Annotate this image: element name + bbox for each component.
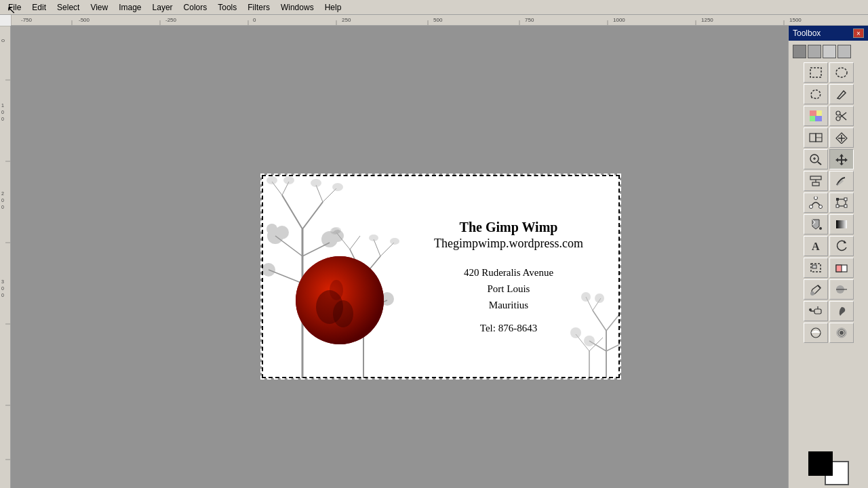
svg-text:0: 0	[1, 205, 4, 209]
smudge-tool[interactable]	[829, 171, 854, 191]
fg-bg-color-display[interactable]	[808, 451, 849, 485]
svg-line-81	[593, 310, 606, 331]
clone-tool[interactable]	[804, 127, 828, 148]
svg-rect-123	[836, 220, 847, 228]
path-tool[interactable]	[804, 192, 828, 213]
mode-icon3	[823, 45, 836, 58]
text-tool[interactable]: A	[804, 236, 828, 256]
toolbox-panel: Toolbox ×	[788, 26, 868, 488]
pencil-tool[interactable]	[829, 84, 854, 104]
blend-tool[interactable]	[829, 214, 854, 235]
menu-view[interactable]: View	[85, 1, 113, 14]
svg-rect-118	[836, 198, 839, 201]
svg-rect-97	[815, 116, 822, 121]
dodge-tool[interactable]	[804, 323, 828, 343]
red-circle	[296, 256, 384, 344]
svg-rect-120	[836, 205, 839, 207]
svg-point-122	[819, 227, 822, 230]
blur-tool[interactable]	[829, 323, 854, 343]
svg-point-90	[584, 336, 595, 346]
svg-rect-99	[816, 110, 822, 116]
ruler-horizontal: -750 -500 -250 0 250 500 750 1000 1250 1…	[11, 15, 868, 26]
align-tool[interactable]	[804, 171, 828, 191]
svg-point-62	[332, 183, 343, 191]
svg-line-108	[818, 162, 821, 165]
color-picker-tool[interactable]	[804, 106, 828, 126]
svg-point-66	[369, 235, 378, 241]
svg-line-130	[818, 285, 821, 288]
menu-help[interactable]: Help	[319, 1, 347, 14]
svg-text:0: 0	[1, 117, 4, 121]
menu-edit[interactable]: Edit	[26, 1, 52, 14]
heal-tool[interactable]	[829, 127, 854, 148]
svg-text:1500: 1500	[789, 17, 802, 23]
scissors-tool[interactable]	[829, 106, 854, 126]
svg-point-101	[836, 117, 840, 121]
svg-point-71	[332, 230, 344, 242]
svg-point-78	[333, 300, 353, 327]
svg-rect-133	[814, 309, 821, 314]
svg-text:1000: 1000	[613, 17, 625, 23]
menu-image[interactable]: Image	[113, 1, 146, 14]
svg-text:0: 0	[1, 39, 5, 42]
svg-rect-126	[812, 265, 816, 268]
crop-tool[interactable]	[804, 258, 828, 278]
svg-text:500: 500	[433, 17, 443, 23]
ruler-vertical: 0 1 0 0 2 0 0 3 0 0	[0, 26, 11, 488]
magnify-tool[interactable]	[804, 149, 828, 169]
bucket-fill-tool[interactable]	[804, 214, 828, 235]
svg-point-91	[581, 292, 591, 302]
toolbox-title-bar: Toolbox ×	[789, 26, 868, 41]
card-website: Thegimpwimp.wordpress.com	[411, 237, 606, 251]
svg-point-65	[390, 238, 399, 245]
svg-text:0: 0	[1, 110, 4, 115]
svg-rect-94	[810, 68, 821, 77]
svg-point-138	[840, 331, 844, 335]
paintbrush-tool[interactable]	[804, 279, 828, 300]
svg-point-72	[262, 263, 275, 277]
menu-file[interactable]: File	[3, 1, 26, 14]
svg-line-41	[302, 202, 323, 229]
mode-icon4	[837, 45, 851, 58]
color-swatches	[791, 451, 865, 485]
svg-text:0: 0	[1, 198, 4, 203]
menubar: File Edit Select View Image Layer Colors…	[0, 0, 868, 15]
menu-colors[interactable]: Colors	[178, 1, 213, 14]
smear-tool[interactable]	[829, 279, 854, 300]
ink-tool[interactable]	[829, 301, 854, 321]
menu-layer[interactable]: Layer	[147, 1, 178, 14]
airbrush-tool[interactable]	[804, 301, 828, 321]
menu-filters[interactable]: Filters	[242, 1, 275, 14]
ellipse-select-tool[interactable]	[829, 62, 854, 83]
foreground-color-swatch[interactable]	[808, 451, 833, 476]
svg-rect-112	[812, 182, 819, 186]
svg-point-59	[267, 176, 277, 184]
svg-text:A: A	[812, 241, 820, 252]
rect-select-tool[interactable]	[804, 62, 828, 83]
svg-point-79	[330, 280, 343, 300]
erase-tool[interactable]	[829, 258, 854, 278]
canvas-area[interactable]: The Gimp Wimp Thegimpwimp.wordpress.com …	[11, 26, 788, 488]
menu-tools[interactable]: Tools	[212, 1, 242, 14]
svg-text:0: 0	[1, 293, 4, 298]
menu-select[interactable]: Select	[52, 1, 85, 14]
svg-point-69	[275, 226, 289, 239]
toolbox-close-button[interactable]: ×	[853, 28, 864, 38]
svg-text:1250: 1250	[701, 17, 713, 23]
menu-windows[interactable]: Windows	[275, 1, 319, 14]
svg-line-49	[323, 188, 336, 202]
svg-text:750: 750	[525, 17, 534, 23]
move-tool[interactable]	[829, 149, 854, 169]
free-select-tool[interactable]	[804, 84, 828, 104]
svg-point-60	[283, 176, 294, 184]
svg-line-56	[350, 236, 360, 249]
svg-point-116	[814, 197, 817, 200]
transform-tool[interactable]	[829, 192, 854, 213]
document: The Gimp Wimp Thegimpwimp.wordpress.com …	[262, 175, 620, 378]
mode-icon	[793, 45, 806, 58]
svg-rect-21	[0, 26, 11, 488]
svg-text:-750: -750	[21, 17, 33, 23]
svg-rect-104	[810, 134, 816, 142]
rotate-tool[interactable]	[829, 236, 854, 256]
svg-point-115	[818, 205, 822, 209]
